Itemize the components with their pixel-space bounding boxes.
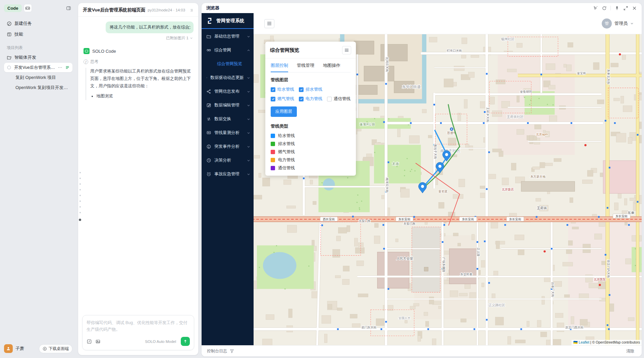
menu-basic-info[interactable]: 基础信息管理 (202, 30, 254, 43)
pipe-node[interactable] (477, 241, 478, 243)
close-icon[interactable] (632, 6, 637, 11)
pin-icon[interactable] (614, 6, 620, 11)
skills-button[interactable]: 技能 (4, 30, 72, 39)
project-item-active[interactable]: 开发Vue后台管理系统前端页面 (4, 63, 72, 72)
menu-decision-analysis[interactable]: 决策分析 (202, 153, 254, 167)
project-item[interactable]: OpenWork 复刻项目开发计划书 (4, 83, 72, 92)
menu-integrated-network[interactable]: 综合管网 (202, 43, 254, 57)
pipe-node[interactable] (607, 324, 608, 326)
pipe-node[interactable] (357, 74, 358, 75)
sidebar-toggle-button[interactable] (264, 19, 274, 28)
timeline-dots[interactable] (79, 172, 81, 221)
slash-command-icon[interactable] (87, 339, 92, 344)
pipe-node[interactable] (352, 216, 354, 217)
pipe-node[interactable] (477, 268, 478, 270)
pipe-node[interactable] (609, 167, 610, 169)
pipe-node[interactable] (443, 224, 445, 226)
pipe-node[interactable] (321, 224, 323, 226)
filter-icon[interactable] (230, 349, 234, 353)
checkbox-drain-pipeline[interactable]: 排水管线 (299, 87, 327, 92)
pipe-node[interactable] (567, 224, 568, 226)
sidebar-collapse-icon[interactable] (64, 4, 72, 12)
pipe-node[interactable] (504, 224, 506, 226)
pipe-node[interactable] (383, 224, 384, 226)
pipe-node[interactable] (607, 207, 608, 209)
console-clear-button[interactable]: 清除 (624, 348, 636, 354)
expand-icon[interactable] (623, 6, 628, 11)
apply-layers-button[interactable]: 应用图层 (271, 106, 297, 117)
refresh-icon[interactable] (602, 6, 607, 11)
pipe-node[interactable] (540, 74, 542, 75)
checkbox-power-pipeline[interactable]: 电力管线 (299, 96, 327, 102)
pipe-node[interactable] (637, 134, 639, 136)
pipe-node[interactable] (608, 328, 610, 330)
user-avatar[interactable] (4, 344, 13, 353)
pipe-node[interactable] (486, 188, 488, 190)
pipe-node[interactable] (488, 282, 490, 284)
pipe-node[interactable] (486, 319, 488, 321)
tab-pipeline-management[interactable]: 管线管理 (297, 62, 314, 72)
tab-map-operations[interactable]: 地图操作 (323, 62, 340, 72)
menu-data-driven-update[interactable]: 数据驱动动态更新 (202, 71, 254, 85)
panel-menu-button[interactable] (342, 46, 351, 54)
pipe-node[interactable] (387, 288, 389, 290)
pipe-node[interactable] (483, 122, 485, 124)
menu-network-preview-active[interactable]: 综合管网预览 (202, 57, 254, 71)
pipe-node[interactable] (427, 328, 429, 330)
attach-image-icon[interactable] (95, 339, 101, 344)
pipe-node[interactable] (605, 254, 606, 256)
pipe-node[interactable] (571, 122, 572, 124)
pipe-node[interactable] (337, 328, 339, 330)
pipe-node[interactable] (637, 201, 639, 203)
outline-icon[interactable] (190, 8, 194, 13)
pipe-node[interactable] (598, 216, 600, 218)
user-menu[interactable]: 管 管理员 (602, 18, 634, 29)
pipe-node[interactable] (381, 328, 382, 330)
checkbox-telecom-pipeline[interactable]: 通信管线 (327, 96, 351, 102)
project-item[interactable]: 复刻 OpenWork 项目 (4, 73, 72, 82)
pipe-node[interactable] (488, 151, 490, 153)
user-message-bubble[interactable]: 将这几个功能，以工具栏的形式，放在综合 (106, 21, 194, 33)
map-container[interactable]: 西长安街东长安街东长安街东长安街东长安街银闸社区灯市口大街金鱼胡同金宝街东华门街… (254, 34, 642, 345)
menu-info-publish[interactable]: 管网信息发布 (202, 85, 254, 98)
pipe-node[interactable] (410, 122, 412, 124)
pipe-node[interactable] (628, 224, 630, 226)
task-list-icon[interactable] (65, 65, 70, 70)
send-button[interactable] (181, 337, 190, 346)
pipe-node[interactable] (536, 216, 537, 218)
app-logo[interactable]: Code (4, 4, 22, 12)
pipe-node[interactable] (442, 241, 443, 243)
pipe-node[interactable] (551, 248, 552, 250)
attachment-note[interactable]: 已附加图片 1 (166, 36, 189, 41)
workspace-switcher-icon[interactable] (24, 4, 32, 12)
thinking-toggle[interactable]: ƒ 思考 (78, 54, 198, 64)
expand-message-icon[interactable] (188, 26, 191, 30)
pipe-node[interactable] (474, 328, 475, 330)
pipe-node[interactable] (484, 240, 486, 242)
pipe-node[interactable] (484, 111, 486, 113)
new-task-button[interactable]: 新建任务 (4, 19, 72, 28)
pipe-node[interactable] (387, 162, 389, 163)
tab-layer-control[interactable]: 图层控制 (271, 62, 288, 72)
menu-data-edit[interactable]: 数据编辑管理 (202, 98, 254, 112)
console-log-label[interactable]: 控制台日志 (207, 348, 227, 354)
chat-input[interactable]: 帮你编写代码、调试 Bug、优化性能等开发工作，交付生产级代码产物。 SOLO … (82, 315, 194, 350)
pipe-node[interactable] (605, 120, 606, 122)
pipe-node[interactable] (383, 248, 385, 250)
pipe-node[interactable] (527, 122, 529, 124)
pipe-node[interactable] (385, 83, 387, 85)
pipe-node[interactable] (486, 73, 488, 75)
leaflet-link[interactable]: Leaflet (579, 340, 589, 344)
pipe-node[interactable] (520, 328, 522, 330)
pipe-node[interactable] (383, 121, 385, 123)
checkbox-gas-pipeline[interactable]: 燃气管线 (271, 96, 299, 102)
project-folder-agents[interactable]: 智能体开发 (4, 53, 72, 62)
pipe-node[interactable] (609, 294, 610, 296)
pipe-node[interactable] (614, 122, 616, 124)
more-icon[interactable] (58, 65, 62, 70)
download-desktop-button[interactable]: 下载桌面端 (39, 344, 72, 353)
menu-data-exchange[interactable]: 数据交换 (202, 112, 254, 126)
pipe-node[interactable] (433, 104, 435, 105)
pointer-mode-icon[interactable] (593, 6, 598, 11)
checkbox-water-pipeline[interactable]: 给水管线 (271, 87, 299, 92)
